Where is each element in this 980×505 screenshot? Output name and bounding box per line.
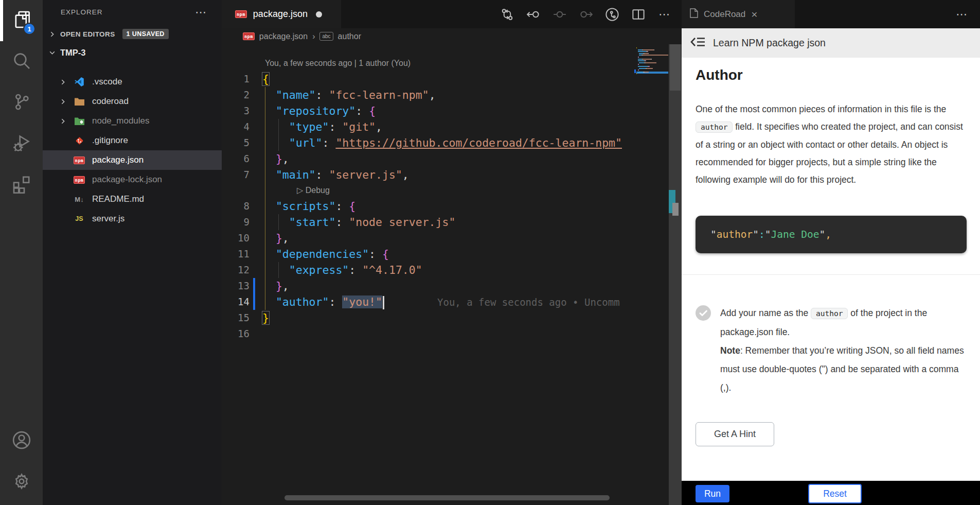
code-line-1[interactable]: 1{ (222, 71, 682, 87)
scrollbar-thumb[interactable] (670, 44, 681, 91)
minimap-line (636, 49, 668, 50)
go-back-icon[interactable] (526, 7, 541, 22)
file-label: coderoad (92, 96, 129, 107)
step-icon[interactable] (552, 7, 567, 22)
panel-tabbar: CodeRoad × ⋯ (682, 0, 980, 28)
code-line-4[interactable]: 4 "type": "git", (222, 119, 682, 135)
line-number: 2 (222, 87, 250, 103)
activity-bar-top: 1 (0, 0, 43, 206)
line-number: 9 (222, 214, 250, 230)
more-icon[interactable]: ⋯ (657, 7, 672, 22)
activity-item-settings[interactable] (0, 462, 43, 503)
file-row-coderoad[interactable]: coderoad (43, 92, 222, 111)
code-token: author (717, 229, 753, 240)
file-row-server.js[interactable]: JSserver.js (43, 209, 222, 229)
breadcrumb-symbol[interactable]: author (338, 32, 361, 41)
code-line-14[interactable]: 14 "author": "you!"You, a few seconds ag… (222, 294, 682, 310)
go-forward-icon[interactable] (578, 7, 594, 22)
code-line-7[interactable]: 7 "main": "server.js", (222, 167, 682, 183)
codelens[interactable]: ▷ Debug (222, 183, 682, 198)
code-line-10[interactable]: 10 }, (222, 230, 682, 246)
minimap-line (636, 62, 668, 63)
minimap-line (636, 57, 668, 58)
code-line-9[interactable]: 9 "start": "node server.js" (222, 214, 682, 230)
open-editors-section[interactable]: OPEN EDITORS 1 UNSAVED (43, 25, 222, 43)
git-icon (73, 136, 86, 146)
code-editor[interactable]: You, a few seconds ago | 1 author (You)1… (222, 44, 682, 505)
minimap-line (636, 68, 668, 69)
chevron-right-icon (60, 118, 68, 125)
breadcrumb-file[interactable]: package.json (259, 32, 308, 41)
run-button[interactable]: Run (696, 485, 729, 502)
git-blame-annotation: You, a few seconds ago • Uncomm (437, 297, 620, 308)
explorer-more-icon[interactable]: ⋯ (195, 10, 207, 15)
file-row-package-lock.json[interactable]: npmpackage-lock.json (43, 170, 222, 189)
file-label: .vscode (92, 77, 122, 87)
minimap[interactable] (636, 47, 668, 77)
activity-item-extensions[interactable] (0, 165, 43, 206)
code-line-8[interactable]: 8 "scripts": { (222, 198, 682, 214)
code-line-6[interactable]: 6 }, (222, 151, 682, 167)
git-compare-icon[interactable] (500, 7, 515, 22)
source-control-icon (11, 92, 32, 114)
codelens[interactable]: You, a few seconds ago | 1 author (You) (222, 56, 682, 71)
minimap-line (636, 60, 668, 61)
get-hint-button[interactable]: Get A Hint (696, 422, 774, 446)
vertical-scrollbar[interactable] (669, 44, 682, 505)
js-icon: JS (73, 215, 86, 222)
file-tree: .vscodecoderoadnode_modules.gitignorenpm… (43, 72, 222, 229)
activity-item-run-debug[interactable] (0, 124, 43, 165)
activity-item-source-control[interactable] (0, 82, 43, 124)
open-editors-label: OPEN EDITORS (60, 30, 115, 38)
horizontal-scrollbar[interactable] (284, 495, 610, 500)
file-label: server.js (92, 214, 124, 224)
activity-item-search[interactable] (0, 41, 43, 82)
code-line-15[interactable]: 15} (222, 310, 682, 326)
file-icon (690, 8, 698, 20)
text-cursor (383, 296, 384, 309)
panel-more-icon[interactable]: ⋯ (956, 8, 969, 21)
file-label: package-lock.json (92, 175, 162, 185)
tab-coderoad[interactable]: CodeRoad × (682, 0, 795, 28)
file-row-.vscode[interactable]: .vscode (43, 72, 222, 92)
code-line-11[interactable]: 11 "dependencies": { (222, 246, 682, 262)
file-row-README.md[interactable]: M↓README.md (43, 189, 222, 209)
breadcrumb: npm package.json › abc author (222, 28, 682, 44)
panel-tab-label: CodeRoad (704, 9, 745, 20)
code-line-13[interactable]: 13 }, (222, 278, 682, 294)
code-line-2[interactable]: 2 "name": "fcc-learn-npm", (222, 87, 682, 103)
workspace-root-row[interactable]: TMP-3 (43, 43, 222, 62)
line-number: 3 (222, 103, 250, 119)
indent-guide (278, 119, 279, 151)
run-circle-icon[interactable] (604, 7, 620, 22)
workspace-root-label: TMP-3 (60, 48, 86, 58)
minimap-line (636, 53, 668, 54)
code-line-3[interactable]: 3 "repository": { (222, 103, 682, 119)
vscode-folder-icon (73, 77, 86, 87)
code-line-5[interactable]: 5 "url": "https://github.com/coderoad/fc… (222, 135, 682, 151)
split-editor-icon[interactable] (631, 7, 646, 22)
code-token: : (759, 229, 765, 240)
code-token: " (710, 229, 717, 240)
symbol-string-icon: abc (319, 32, 333, 41)
collapse-menu-icon[interactable] (690, 36, 706, 51)
lesson-code-block: "author": "Jane Doe", (696, 216, 967, 253)
code-line-12[interactable]: 12 "express": "^4.17.0" (222, 262, 682, 278)
chevron-down-icon (49, 49, 60, 56)
file-row-.gitignore[interactable]: .gitignore (43, 131, 222, 150)
close-icon[interactable]: × (751, 8, 757, 21)
npm-icon: npm (235, 10, 247, 18)
reset-button[interactable]: Reset (808, 484, 862, 503)
unsaved-dot-icon[interactable] (316, 11, 322, 18)
line-number: 13 (222, 278, 250, 294)
minimap-line (636, 64, 668, 65)
inline-code-chip: author (811, 308, 848, 319)
line-number: 1 (222, 71, 250, 87)
activity-item-files[interactable]: 1 (0, 0, 43, 41)
code-line-16[interactable]: 16 (222, 326, 682, 342)
file-row-package.json[interactable]: npmpackage.json (43, 150, 222, 170)
minimap-line (636, 75, 668, 76)
tab-package-json[interactable]: npm package.json (222, 0, 341, 28)
activity-item-account[interactable] (0, 421, 43, 462)
file-row-node_modules[interactable]: node_modules (43, 111, 222, 131)
